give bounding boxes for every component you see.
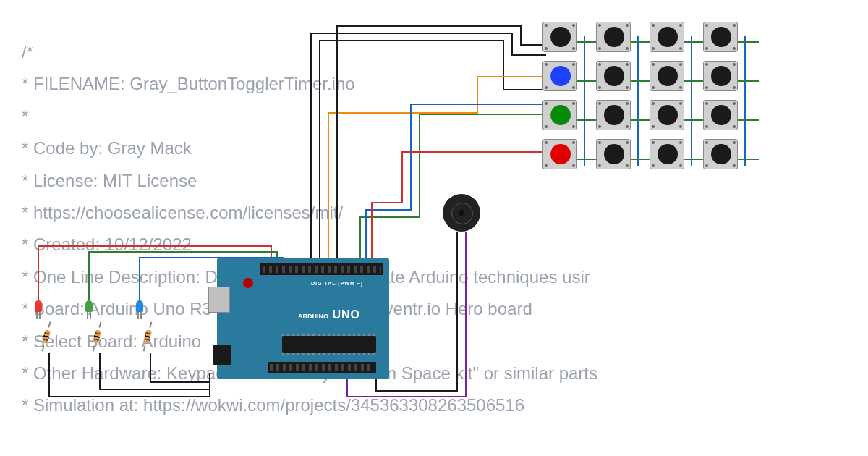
keypad-key-r0c2[interactable] <box>650 22 684 52</box>
keypad-key-r0c1[interactable] <box>596 22 631 52</box>
key-button-icon <box>711 144 731 164</box>
piezo-buzzer[interactable] <box>443 194 480 232</box>
green-key[interactable] <box>542 100 577 130</box>
digital-pin-header[interactable] <box>260 263 383 275</box>
keypad-key-r1c2[interactable] <box>650 61 684 91</box>
keypad-key-r3c3[interactable] <box>703 139 738 169</box>
red-key[interactable] <box>542 139 577 169</box>
key-button-icon <box>711 66 731 86</box>
keypad-key-r3c2[interactable] <box>650 139 684 169</box>
key-button-icon <box>550 105 571 125</box>
key-button-icon <box>604 27 624 47</box>
key-button-icon <box>658 27 678 47</box>
analog-power-pin-header[interactable] <box>268 362 376 373</box>
keypad-key-r2c2[interactable] <box>650 100 684 130</box>
keypad-key-r3c1[interactable] <box>596 139 631 169</box>
atmega-chip <box>282 336 376 353</box>
key-button-icon <box>550 27 571 47</box>
keypad-key-r1c3[interactable] <box>703 61 738 91</box>
code-line: * Created: 10/12/2022 <box>22 229 868 261</box>
keypad-4x4 <box>542 22 760 174</box>
key-button-icon <box>604 105 624 125</box>
red-led[interactable] <box>35 300 42 312</box>
code-line: * Other Hardware: Keypad from "30 Days L… <box>22 358 868 389</box>
keypad-key-r1c1[interactable] <box>596 61 631 91</box>
power-jack <box>213 345 231 365</box>
key-button-icon <box>711 27 731 47</box>
key-button-icon <box>658 105 678 125</box>
board-brand-label: ARDUINO UNO <box>298 308 360 321</box>
key-button-icon <box>711 105 731 125</box>
key-button-icon <box>550 66 571 86</box>
blue-key[interactable] <box>542 61 577 91</box>
key-button-icon <box>658 144 678 164</box>
arduino-uno-board[interactable]: ARDUINO UNO DIGITAL (PWM ~) <box>217 258 389 379</box>
key-button-icon <box>658 66 678 86</box>
key-button-icon <box>550 144 571 164</box>
reset-button[interactable] <box>243 278 253 288</box>
keypad-key-r0c0[interactable] <box>542 22 577 52</box>
blue-led[interactable] <box>136 300 143 312</box>
code-line: * Board: Arduino Uno R3 compatible such … <box>22 293 868 325</box>
green-led[interactable] <box>85 300 93 312</box>
usb-port <box>208 287 230 313</box>
code-line: * One Line Description: Demonstrate inte… <box>22 261 868 293</box>
key-button-icon <box>604 144 624 164</box>
keypad-key-r2c3[interactable] <box>703 100 738 130</box>
keypad-key-r2c1[interactable] <box>596 100 631 130</box>
key-button-icon <box>604 66 624 86</box>
digital-pins-label: DIGITAL (PWM ~) <box>311 281 363 286</box>
keypad-key-r0c3[interactable] <box>703 22 738 52</box>
code-line: * Simulation at: https://wokwi.com/proje… <box>22 389 868 421</box>
